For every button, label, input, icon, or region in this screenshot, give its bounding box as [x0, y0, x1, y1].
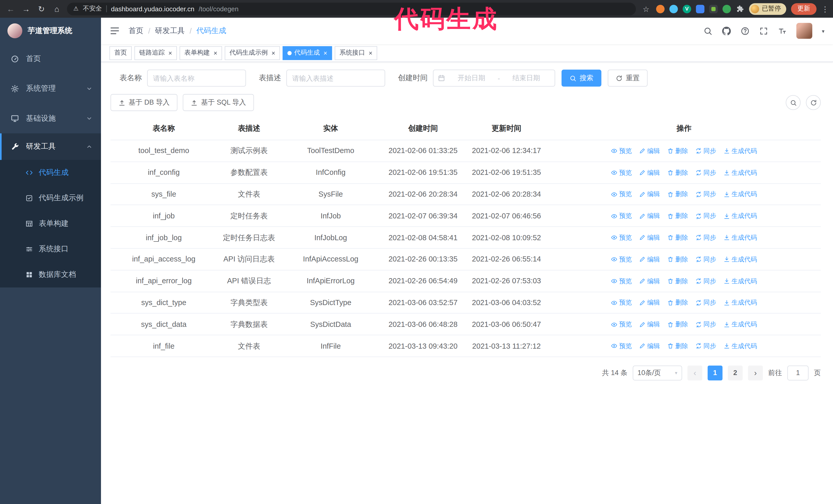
- delete-link[interactable]: 删除: [667, 232, 688, 243]
- preview-link[interactable]: 预览: [611, 145, 632, 157]
- url-path[interactable]: /tool/codegen: [199, 5, 239, 13]
- reset-button[interactable]: 重置: [608, 70, 647, 87]
- sync-link[interactable]: 同步: [695, 189, 716, 200]
- address-bar[interactable]: ⚠ 不安全 dashboard.yudao.iocoder.cn/tool/co…: [67, 2, 636, 15]
- edit-link[interactable]: 编辑: [639, 319, 660, 330]
- generate-code-link[interactable]: 生成代码: [723, 297, 757, 308]
- page-button-1[interactable]: 1: [708, 365, 722, 380]
- edit-link[interactable]: 编辑: [639, 341, 660, 352]
- sync-link[interactable]: 同步: [695, 211, 716, 222]
- font-size-icon[interactable]: [778, 26, 787, 35]
- tab-codegen[interactable]: 代码生成 ×: [283, 46, 332, 60]
- tab-close-icon[interactable]: ×: [324, 49, 327, 57]
- sync-link[interactable]: 同步: [695, 167, 716, 178]
- tab-close-icon[interactable]: ×: [168, 49, 172, 57]
- delete-link[interactable]: 删除: [667, 275, 688, 287]
- table-desc-input[interactable]: [286, 70, 385, 87]
- edit-link[interactable]: 编辑: [639, 254, 660, 265]
- browser-profile-chip[interactable]: 已暂停: [749, 3, 786, 15]
- preview-link[interactable]: 预览: [611, 167, 632, 178]
- sync-link[interactable]: 同步: [695, 232, 716, 243]
- caret-down-icon[interactable]: ▾: [822, 28, 824, 34]
- delete-link[interactable]: 删除: [667, 189, 688, 200]
- preview-link[interactable]: 预览: [611, 189, 632, 200]
- sidebar-item-infrastructure[interactable]: 基础设施: [0, 103, 101, 133]
- browser-home-icon[interactable]: ⌂: [51, 5, 62, 13]
- browser-forward-icon[interactable]: →: [21, 5, 31, 13]
- edit-link[interactable]: 编辑: [639, 211, 660, 222]
- insecure-label[interactable]: 不安全: [83, 4, 102, 13]
- extension-icon[interactable]: [722, 5, 731, 13]
- next-page-button[interactable]: ›: [748, 365, 763, 380]
- hamburger-menu-icon[interactable]: [110, 25, 120, 36]
- browser-reload-icon[interactable]: ↻: [36, 5, 47, 13]
- url-host[interactable]: dashboard.yudao.iocoder.cn: [111, 5, 194, 13]
- prev-page-button[interactable]: ‹: [687, 365, 702, 380]
- sidebar-item-form-builder[interactable]: 表单构建: [0, 211, 101, 236]
- import-db-button[interactable]: 基于 DB 导入: [111, 94, 177, 111]
- breadcrumb-dev-tools[interactable]: 研发工具: [155, 26, 185, 35]
- tab-close-icon[interactable]: ×: [214, 49, 217, 57]
- generate-code-link[interactable]: 生成代码: [723, 275, 757, 287]
- sidebar-item-home[interactable]: 首页: [0, 44, 101, 74]
- edit-link[interactable]: 编辑: [639, 232, 660, 243]
- edit-link[interactable]: 编辑: [639, 145, 660, 157]
- tab-codegen-example[interactable]: 代码生成示例 ×: [225, 46, 280, 60]
- sidebar-item-system-api[interactable]: 系统接口: [0, 236, 101, 262]
- search-button[interactable]: 搜索: [562, 70, 601, 87]
- sidebar-item-code-generation[interactable]: 代码生成: [0, 160, 101, 185]
- sidebar-item-database-doc[interactable]: 数据库文档: [0, 262, 101, 287]
- bookmark-star-icon[interactable]: ☆: [641, 5, 651, 13]
- sidebar-item-system-management[interactable]: 系统管理: [0, 74, 101, 103]
- end-date-placeholder[interactable]: 结束日期: [502, 73, 550, 83]
- delete-link[interactable]: 删除: [667, 297, 688, 308]
- sidebar-item-code-generation-example[interactable]: 代码生成示例: [0, 185, 101, 211]
- sync-link[interactable]: 同步: [695, 254, 716, 265]
- extension-icon[interactable]: [669, 5, 678, 13]
- tab-system-api[interactable]: 系统接口 ×: [335, 46, 377, 60]
- generate-code-link[interactable]: 生成代码: [723, 211, 757, 222]
- generate-code-link[interactable]: 生成代码: [723, 341, 757, 352]
- preview-link[interactable]: 预览: [611, 297, 632, 308]
- github-icon[interactable]: [722, 26, 731, 35]
- preview-link[interactable]: 预览: [611, 319, 632, 330]
- user-avatar[interactable]: [796, 23, 812, 39]
- preview-link[interactable]: 预览: [611, 341, 632, 352]
- preview-link[interactable]: 预览: [611, 254, 632, 265]
- preview-link[interactable]: 预览: [611, 275, 632, 287]
- delete-link[interactable]: 删除: [667, 254, 688, 265]
- generate-code-link[interactable]: 生成代码: [723, 145, 757, 157]
- sync-link[interactable]: 同步: [695, 145, 716, 157]
- fullscreen-icon[interactable]: [759, 26, 768, 35]
- delete-link[interactable]: 删除: [667, 145, 688, 157]
- breadcrumb-home[interactable]: 首页: [129, 26, 144, 35]
- table-name-input[interactable]: [147, 70, 246, 87]
- browser-menu-icon[interactable]: ⋮: [821, 5, 828, 13]
- sync-link[interactable]: 同步: [695, 297, 716, 308]
- sync-link[interactable]: 同步: [695, 341, 716, 352]
- tab-close-icon[interactable]: ×: [369, 49, 373, 57]
- import-sql-button[interactable]: 基于 SQL 导入: [183, 94, 254, 111]
- preview-link[interactable]: 预览: [611, 211, 632, 222]
- edit-link[interactable]: 编辑: [639, 189, 660, 200]
- delete-link[interactable]: 删除: [667, 319, 688, 330]
- extensions-puzzle-icon[interactable]: [736, 5, 744, 13]
- preview-link[interactable]: 预览: [611, 232, 632, 243]
- app-logo[interactable]: 芋道管理系统: [0, 18, 101, 44]
- generate-code-link[interactable]: 生成代码: [723, 319, 757, 330]
- edit-link[interactable]: 编辑: [639, 297, 660, 308]
- delete-link[interactable]: 删除: [667, 341, 688, 352]
- tab-trace[interactable]: 链路追踪 ×: [134, 46, 177, 60]
- generate-code-link[interactable]: 生成代码: [723, 232, 757, 243]
- extension-icon[interactable]: [709, 5, 718, 13]
- page-size-select[interactable]: 10条/页 ▾: [633, 365, 682, 380]
- extension-icon[interactable]: [696, 5, 704, 13]
- tab-form-builder[interactable]: 表单构建 ×: [180, 46, 222, 60]
- tab-home[interactable]: 首页: [110, 46, 132, 60]
- browser-back-icon[interactable]: ←: [5, 5, 16, 13]
- start-date-placeholder[interactable]: 开始日期: [447, 73, 496, 83]
- refresh-table-button[interactable]: [806, 95, 821, 110]
- goto-page-input[interactable]: [787, 365, 809, 380]
- toggle-search-button[interactable]: [786, 95, 801, 110]
- sync-link[interactable]: 同步: [695, 319, 716, 330]
